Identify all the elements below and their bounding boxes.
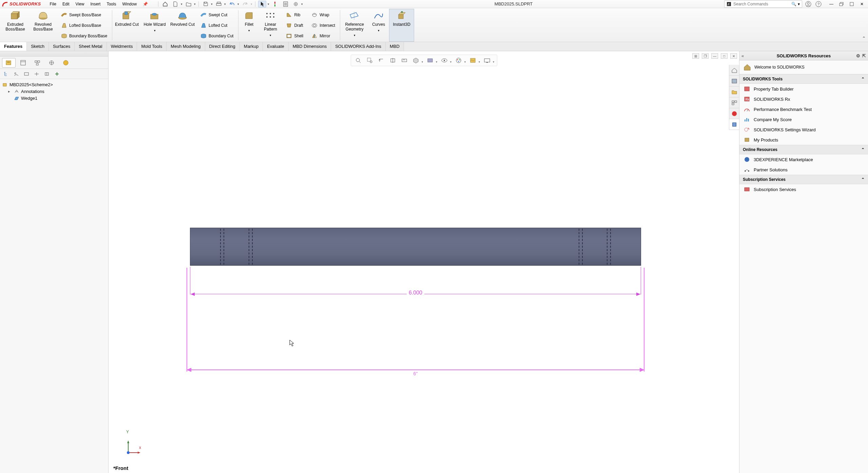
lofted-cut-button[interactable]: Lofted Cut <box>198 21 235 30</box>
tab-mbd[interactable]: MBD <box>386 42 404 51</box>
dynamic-annotation-icon[interactable] <box>400 56 409 64</box>
tab-markup[interactable]: Markup <box>240 42 263 51</box>
dropdown-caret-icon[interactable]: ▾ <box>181 2 182 6</box>
tab-mesh-modeling[interactable]: Mesh Modeling <box>167 42 205 51</box>
tab-mold-tools[interactable]: Mold Tools <box>137 42 167 51</box>
restore-down-icon[interactable] <box>837 1 846 7</box>
apply-scene-icon[interactable] <box>468 56 477 64</box>
select-cursor-icon[interactable] <box>258 1 266 7</box>
tree-annotations[interactable]: ▸ Annotations <box>1 88 107 95</box>
fillet-button[interactable]: Fillet▾ <box>239 9 259 42</box>
dropdown-caret-icon[interactable]: ▾ <box>268 2 269 6</box>
search-commands[interactable]: 🔍▾ <box>724 0 802 8</box>
dropdown-caret-icon[interactable]: ▾ <box>422 60 423 64</box>
tab-sketch[interactable]: Sketch <box>27 42 49 51</box>
display-style-icon[interactable] <box>426 56 435 64</box>
welcome-row[interactable]: Welcome to SOLIDWORKS <box>739 60 868 74</box>
menu-file[interactable]: File <box>47 1 59 7</box>
hole-wizard-button[interactable]: Hole Wizard▾ <box>141 9 169 42</box>
display-manager-tab-icon[interactable] <box>59 58 73 68</box>
tree-wedge[interactable]: Wedge1 <box>1 95 107 101</box>
rebuild-icon[interactable] <box>271 1 279 7</box>
view-orientation-icon[interactable] <box>411 56 420 64</box>
dropdown-caret-icon[interactable]: ▾ <box>798 2 800 6</box>
linear-pattern-button[interactable]: Linear Pattern▾ <box>259 9 282 42</box>
tree-view-icon[interactable] <box>22 70 31 78</box>
lofted-boss-button[interactable]: Lofted Boss/Base <box>59 21 109 30</box>
subscription-section-header[interactable]: Subscription Services⌃ <box>739 175 868 184</box>
mdi-minimize-icon[interactable]: — <box>711 53 718 59</box>
swept-cut-button[interactable]: Swept Cut <box>198 11 235 19</box>
tab-weldments[interactable]: Weldments <box>107 42 137 51</box>
tab-mbd-dimensions[interactable]: MBD Dimensions <box>289 42 331 51</box>
search-magnifier-icon[interactable]: 🔍 <box>791 2 796 6</box>
taskpane-appearances-icon[interactable] <box>729 108 739 119</box>
property-manager-tab-icon[interactable] <box>16 58 30 68</box>
dimxpert-manager-tab-icon[interactable] <box>45 58 58 68</box>
panel-grip[interactable] <box>0 51 108 57</box>
menu-tools[interactable]: Tools <box>104 1 119 7</box>
print-icon[interactable] <box>215 1 223 7</box>
configuration-manager-tab-icon[interactable] <box>31 58 44 68</box>
edit-appearance-icon[interactable] <box>454 56 463 64</box>
intersect-button[interactable]: Intersect <box>309 21 337 30</box>
menu-insert[interactable]: Insert <box>88 1 103 7</box>
performance-benchmark[interactable]: Performance Benchmark Test <box>739 104 868 114</box>
tree-root[interactable]: MBD2025<Scheme2> <box>1 81 107 88</box>
menu-view[interactable]: View <box>73 1 87 7</box>
undo-icon[interactable] <box>228 1 236 7</box>
expand-icon[interactable]: ▸ <box>8 89 12 94</box>
view-settings-icon[interactable] <box>483 56 491 64</box>
search-input[interactable] <box>733 2 791 6</box>
my-products[interactable]: My Products <box>739 135 868 145</box>
online-section-header[interactable]: Online Resources⌃ <box>739 145 868 154</box>
wrap-button[interactable]: Wrap <box>309 11 337 19</box>
solid-body[interactable] <box>190 228 641 266</box>
zoom-area-icon[interactable] <box>365 56 374 64</box>
collapse-ribbon-icon[interactable]: ⌃ <box>862 36 866 41</box>
tree-add-icon[interactable] <box>53 70 61 78</box>
dropdown-caret-icon[interactable]: ▾ <box>354 33 355 38</box>
task-pane-collapse-icon[interactable]: « <box>741 53 744 58</box>
tree-tool-icon[interactable] <box>33 70 41 78</box>
previous-view-icon[interactable] <box>377 56 386 64</box>
tab-addins[interactable]: SOLIDWORKS Add-Ins <box>331 42 386 51</box>
draft-button[interactable]: Draft <box>284 21 305 30</box>
close-icon[interactable]: ✕ <box>858 1 866 7</box>
revolved-cut-button[interactable]: Revolved Cut <box>169 9 196 42</box>
save-icon[interactable] <box>201 1 210 7</box>
menu-window[interactable]: Window <box>119 1 139 7</box>
dropdown-caret-icon[interactable]: ▾ <box>251 2 252 6</box>
dropdown-caret-icon[interactable]: ▾ <box>378 28 380 33</box>
taskpane-home-icon[interactable] <box>729 65 739 76</box>
curves-button[interactable]: Curves▾ <box>368 9 389 42</box>
maximize-icon[interactable] <box>848 1 856 7</box>
dropdown-caret-icon[interactable]: ▾ <box>479 60 480 64</box>
taskpane-resources-icon[interactable] <box>729 119 739 130</box>
dropdown-caret-icon[interactable]: ▾ <box>224 2 226 6</box>
extruded-cut-button[interactable]: Extruded Cut <box>113 9 141 42</box>
dropdown-caret-icon[interactable]: ▾ <box>237 2 239 6</box>
tree-filter-icon[interactable] <box>12 70 20 78</box>
task-pane-settings-icon[interactable]: ⚙ <box>856 53 860 58</box>
dropdown-caret-icon[interactable]: ▾ <box>436 60 437 64</box>
3dexperience-marketplace[interactable]: 3DEXPERIENCE Marketplace <box>739 154 868 165</box>
compare-my-score[interactable]: Compare My Score <box>739 114 868 125</box>
swept-boss-button[interactable]: Swept Boss/Base <box>59 11 109 19</box>
view-triad[interactable]: Y x <box>124 440 141 457</box>
menu-edit[interactable]: Edit <box>60 1 72 7</box>
feature-manager-tab-icon[interactable] <box>2 58 16 68</box>
dropdown-caret-icon[interactable]: ▾ <box>154 28 156 33</box>
mdi-cascade-icon[interactable]: ❐ <box>702 53 709 59</box>
rib-button[interactable]: Rib <box>284 11 305 19</box>
tools-section-header[interactable]: SOLIDWORKS Tools⌃ <box>739 74 868 84</box>
open-document-icon[interactable] <box>185 1 193 7</box>
tab-surfaces[interactable]: Surfaces <box>49 42 75 51</box>
redo-icon[interactable] <box>241 1 249 7</box>
dropdown-caret-icon[interactable]: ▾ <box>211 2 213 6</box>
chevron-up-icon[interactable]: ⌃ <box>861 147 865 152</box>
task-pane-pin-icon[interactable]: ⇱ <box>862 53 866 58</box>
boundary-boss-button[interactable]: Boundary Boss/Base <box>59 32 109 40</box>
subscription-services[interactable]: Subscription Services <box>739 184 868 194</box>
revolved-boss-button[interactable]: Revolved Boss/Base <box>29 9 57 42</box>
